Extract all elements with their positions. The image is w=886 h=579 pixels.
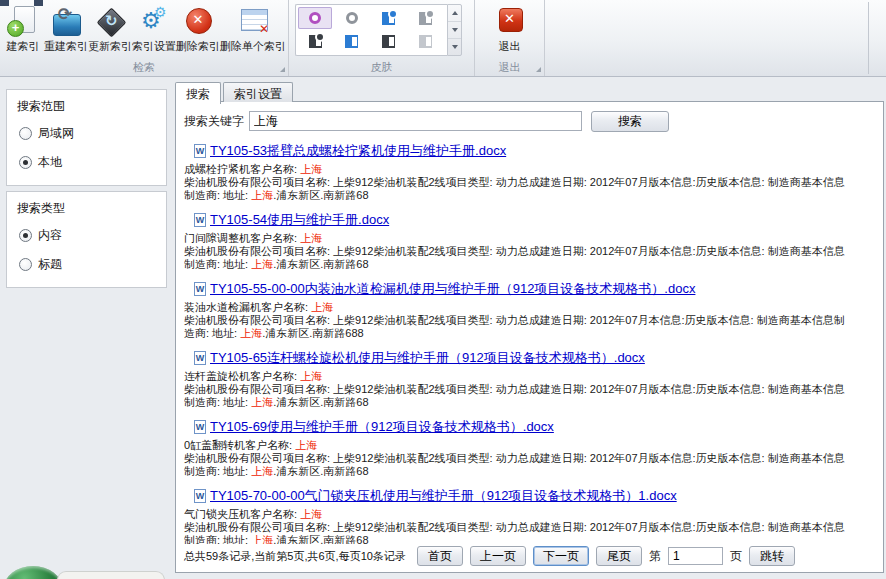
result-desc-line: 连杆盖旋松机客户名称: 上海 <box>184 370 875 383</box>
result-link[interactable]: TY105-55-00-00内装油水道检漏机使用与维护手册（912项目设备技术规… <box>210 280 695 298</box>
skin-silver-office[interactable] <box>408 30 442 52</box>
search-button[interactable]: 搜索 <box>591 111 669 132</box>
result-link[interactable]: TY105-54使用与维护手册.docx <box>210 211 389 229</box>
radio-title[interactable]: 标题 <box>19 256 156 273</box>
rebuild-index-icon <box>50 4 82 38</box>
result-item: WTY105-53摇臂总成螺栓拧紧机使用与维护手册.docx成螺栓拧紧机客户名称… <box>184 142 875 202</box>
keyword-highlight: 上海 <box>251 396 273 408</box>
skin-black-office-glyph <box>382 35 395 48</box>
result-desc-line: 柴油机股份有限公司项目名称: 上柴912柴油机装配2线项目类型: 动力总成建造日… <box>184 452 875 465</box>
skin-gallery-scrollbar <box>447 4 462 56</box>
sidebar-group-title: 搜索类型 <box>17 200 156 217</box>
keyword-highlight: 上海 <box>300 508 322 520</box>
gallery-scroll-up-icon[interactable] <box>448 5 461 22</box>
radio-button-icon <box>19 258 32 271</box>
page-prefix-label: 第 <box>649 548 661 565</box>
ribbon-group-skin: 皮肤 <box>289 0 475 76</box>
tab-search[interactable]: 搜索 <box>175 82 221 104</box>
radio-label: 本地 <box>38 154 62 171</box>
ribbon-button-label: 重建索引 <box>44 40 88 53</box>
delete-index-button[interactable]: 删除索引 <box>176 2 220 60</box>
prev-page-button[interactable]: 上一页 <box>470 546 526 566</box>
skin-blue-office-glyph <box>345 35 358 48</box>
gallery-dropdown-icon[interactable] <box>448 39 461 55</box>
ribbon-button-label: 更新索引 <box>88 40 132 53</box>
result-desc-line: 柴油机股份有限公司项目名称: 上柴912柴油机装配2线项目类型: 动力总成建造日… <box>184 314 875 327</box>
first-page-button[interactable]: 首页 <box>417 546 463 566</box>
skin-gray-clock[interactable] <box>408 7 442 29</box>
update-index-button[interactable]: 更新索引 <box>88 2 132 60</box>
main-panel: 搜索索引设置 搜索关键字 搜索 WTY105-53摇臂总成螺栓拧紧机使用与维护手… <box>175 82 884 573</box>
word-doc-icon: W <box>194 213 206 227</box>
results-list: WTY105-53摇臂总成螺栓拧紧机使用与维护手册.docx成螺栓拧紧机客户名称… <box>184 133 875 544</box>
new-index-icon <box>7 4 39 38</box>
keyword-highlight: 上海 <box>295 439 317 451</box>
page-suffix-label: 页 <box>730 548 742 565</box>
result-link[interactable]: TY105-70-00-00气门锁夹压机使用与维护手册（912项目设备技术规格书… <box>210 487 677 505</box>
skin-gray-circle[interactable] <box>335 7 369 29</box>
skin-black-office[interactable] <box>372 30 406 52</box>
ribbon-group-label: 退出 <box>475 60 544 76</box>
result-item: WTY105-69使用与维护手册（912项目设备技术规格书）.docx0缸盖翻转… <box>184 418 875 478</box>
ribbon-button-label: 删除索引 <box>176 40 220 53</box>
result-desc-line: 柴油机股份有限公司项目名称: 上柴912柴油机装配2线项目类型: 动力总成建造日… <box>184 383 875 396</box>
radio-content[interactable]: 内容 <box>19 227 156 244</box>
rebuild-index-button[interactable]: 重建索引 <box>44 2 88 60</box>
create-index-button[interactable]: 建索引 <box>2 2 44 60</box>
skin-blue-office[interactable] <box>335 30 369 52</box>
skin-purple-circle[interactable] <box>298 7 332 29</box>
search-input[interactable] <box>249 111 582 131</box>
result-link[interactable]: TY105-65连杆螺栓旋松机使用与维护手册（912项目设备技术规格书）.doc… <box>210 349 645 367</box>
jump-button[interactable]: 跳转 <box>749 546 795 566</box>
radio-button-icon <box>19 229 32 242</box>
tab-index-settings[interactable]: 索引设置 <box>223 82 293 102</box>
sidebar-group-search-scope: 搜索范围局域网本地 <box>6 89 167 186</box>
skin-silver-office-glyph <box>419 35 432 48</box>
exit-icon <box>494 4 526 38</box>
search-tab-page: 搜索关键字 搜索 WTY105-53摇臂总成螺栓拧紧机使用与维护手册.docx成… <box>175 101 884 573</box>
ribbon-toolbar: 建索引 重建索引 更新索引 索引设置 删除索引 删除单个索引 检索 皮肤 <box>0 0 886 77</box>
radio-label: 标题 <box>38 256 62 273</box>
word-doc-icon: W <box>194 420 206 434</box>
next-page-button[interactable]: 下一页 <box>533 546 589 566</box>
tab-strip: 搜索索引设置 <box>175 82 884 102</box>
delete-single-index-button[interactable]: 删除单个索引 <box>220 2 286 60</box>
skin-purple-circle-glyph <box>309 12 321 24</box>
result-item: WTY105-70-00-00气门锁夹压机使用与维护手册（912项目设备技术规格… <box>184 487 875 544</box>
keyword-highlight: 上海 <box>300 163 322 175</box>
keyword-highlight: 上海 <box>251 189 273 201</box>
last-page-button[interactable]: 尾页 <box>596 546 642 566</box>
radio-label: 内容 <box>38 227 62 244</box>
result-desc-line: 制造商: 地址: 上海.浦东新区.南新路68 <box>184 396 875 409</box>
word-doc-icon: W <box>194 489 206 503</box>
index-settings-button[interactable]: 索引设置 <box>132 2 176 60</box>
result-link[interactable]: TY105-69使用与维护手册（912项目设备技术规格书）.docx <box>210 418 554 436</box>
keyword-highlight: 上海 <box>240 327 262 339</box>
skin-gray-circle-glyph <box>346 12 358 24</box>
keyword-highlight: 上海 <box>300 370 322 382</box>
result-desc-line: 成螺栓拧紧机客户名称: 上海 <box>184 163 875 176</box>
gallery-scroll-down-icon[interactable] <box>448 22 461 39</box>
ribbon-group-label: 检索 <box>0 60 288 76</box>
result-desc-line: 造商: 地址: 上海.浦东新区.南新路688 <box>184 327 875 340</box>
radio-lan[interactable]: 局域网 <box>19 125 156 142</box>
taskbar-pill-fragment <box>57 571 165 579</box>
sidebar-group-search-type: 搜索类型内容标题 <box>6 191 167 288</box>
skin-blue-clock-glyph <box>382 12 395 25</box>
radio-local[interactable]: 本地 <box>19 154 156 171</box>
page-number-input[interactable] <box>668 547 723 565</box>
result-desc-line: 制造商: 地址: 上海.浦东新区.南新路68 <box>184 189 875 202</box>
pagination-buttons: 首页上一页下一页尾页 <box>417 546 642 566</box>
exit-button[interactable]: 退出 <box>487 2 532 60</box>
radio-label: 局域网 <box>38 125 74 142</box>
index-settings-icon <box>138 4 170 38</box>
result-desc-line: 制造商: 地址: 上海.浦东新区.南新路68 <box>184 534 875 544</box>
skin-blue-clock[interactable] <box>372 7 406 29</box>
keyword-highlight: 上海 <box>251 465 273 477</box>
word-doc-icon: W <box>194 282 206 296</box>
ribbon-group-label: 皮肤 <box>289 60 474 76</box>
result-link[interactable]: TY105-53摇臂总成螺栓拧紧机使用与维护手册.docx <box>210 142 506 160</box>
search-keyword-label: 搜索关键字 <box>184 113 244 130</box>
skin-black-clock[interactable] <box>298 30 332 52</box>
update-index-icon <box>94 4 126 38</box>
